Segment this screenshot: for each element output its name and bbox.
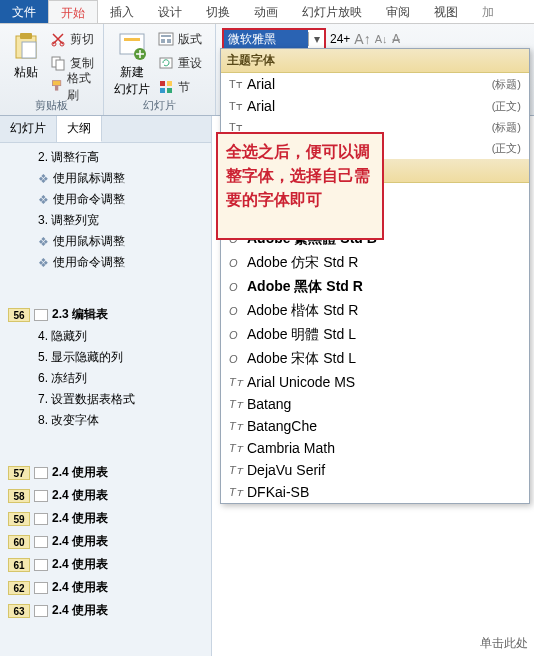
group-clipboard-label: 剪贴板 [0, 98, 103, 113]
reset-label: 重设 [178, 55, 202, 72]
svg-rect-7 [52, 81, 60, 86]
bottom-hint: 单击此处 [480, 635, 528, 652]
svg-rect-1 [20, 33, 32, 39]
font-option[interactable]: TᴛArial Unicode MS [221, 371, 529, 393]
font-tag: (标题) [492, 77, 521, 92]
font-option[interactable]: OAdobe 黑体 Std R [221, 275, 529, 299]
outline-heading[interactable]: 602.4 使用表 [4, 530, 211, 553]
layout-label: 版式 [178, 31, 202, 48]
section-icon [158, 79, 174, 95]
outline-item[interactable]: 3. 调整列宽 [4, 210, 211, 231]
slide-thumb-icon [34, 490, 48, 502]
bullet-icon: ❖ [38, 256, 49, 270]
font-option[interactable]: TᴛBatangChe [221, 415, 529, 437]
outline-item[interactable]: 8. 改变字体 [4, 410, 211, 431]
font-name: Adobe 楷体 Std R [247, 302, 521, 320]
slide-thumb-icon [34, 513, 48, 525]
outline-item[interactable]: 4. 隐藏列 [4, 326, 211, 347]
nav-tab-slides[interactable]: 幻灯片 [0, 116, 57, 142]
outline-item[interactable]: ❖使用命令调整 [4, 189, 211, 210]
font-family-combo[interactable]: 微软雅黑 ▾ [222, 28, 326, 50]
outline-heading[interactable]: 632.4 使用表 [4, 599, 211, 622]
tab-file[interactable]: 文件 [0, 0, 48, 23]
copy-icon [50, 55, 66, 71]
font-option[interactable]: OAdobe 明體 Std L [221, 323, 529, 347]
font-type-icon: Tᴛ [229, 464, 247, 477]
nav-tab-outline[interactable]: 大纲 [57, 116, 102, 142]
font-option[interactable]: TᴛCambria Math [221, 437, 529, 459]
tab-insert[interactable]: 插入 [98, 0, 146, 23]
svg-rect-20 [167, 88, 172, 93]
tab-design[interactable]: 设计 [146, 0, 194, 23]
layout-button[interactable]: 版式 [158, 28, 202, 50]
outline-item[interactable]: 5. 显示隐藏的列 [4, 347, 211, 368]
tab-transition[interactable]: 切换 [194, 0, 242, 23]
font-name: DejaVu Serif [247, 462, 521, 478]
outline-heading[interactable]: 572.4 使用表 [4, 461, 211, 484]
font-name: Cambria Math [247, 440, 521, 456]
outline-heading[interactable]: 622.4 使用表 [4, 576, 211, 599]
outline-text: 5. 显示隐藏的列 [38, 349, 123, 366]
outline-item[interactable]: ❖使用鼠标调整 [4, 168, 211, 189]
font-type-icon: Tᴛ [229, 442, 247, 455]
outline-heading[interactable]: 582.4 使用表 [4, 484, 211, 507]
group-slides: 新建 幻灯片 版式 重设 节 幻灯片 [104, 24, 216, 115]
outline-heading[interactable]: 592.4 使用表 [4, 507, 211, 530]
outline-title: 2.4 使用表 [52, 556, 108, 573]
font-option[interactable]: TᴛDFKai-SB [221, 481, 529, 503]
font-option[interactable]: TᴛArial(正文) [221, 95, 529, 117]
cut-button[interactable]: 剪切 [50, 28, 97, 50]
outline-item[interactable]: ❖使用鼠标调整 [4, 231, 211, 252]
tab-slideshow[interactable]: 幻灯片放映 [290, 0, 374, 23]
section-button[interactable]: 节 [158, 76, 202, 98]
font-size-value[interactable]: 24+ [330, 32, 350, 46]
outline-list[interactable]: 2. 调整行高❖使用鼠标调整❖使用命令调整3. 调整列宽❖使用鼠标调整❖使用命令… [0, 143, 211, 622]
clear-format-icon[interactable]: A̶ [392, 32, 400, 46]
slide-number: 60 [8, 535, 30, 549]
font-dropdown-theme-header: 主题字体 [221, 49, 529, 73]
tab-view[interactable]: 视图 [422, 0, 470, 23]
font-shrink-icon[interactable]: A↓ [375, 33, 388, 45]
format-painter-button[interactable]: 格式刷 [50, 76, 97, 98]
font-name: DFKai-SB [247, 484, 521, 500]
tab-review[interactable]: 审阅 [374, 0, 422, 23]
outline-item[interactable]: 2. 调整行高 [4, 147, 211, 168]
outline-text: 7. 设置数据表格式 [38, 391, 135, 408]
font-option[interactable]: OAdobe 楷体 Std R [221, 299, 529, 323]
outline-text: 使用鼠标调整 [53, 170, 125, 187]
outline-title: 2.4 使用表 [52, 579, 108, 596]
slide-thumb-icon [34, 605, 48, 617]
outline-item[interactable]: ❖使用命令调整 [4, 252, 211, 273]
outline-title: 2.3 编辑表 [52, 306, 108, 323]
slide-number: 62 [8, 581, 30, 595]
font-grow-icon[interactable]: A↑ [354, 31, 370, 47]
outline-item[interactable]: 7. 设置数据表格式 [4, 389, 211, 410]
tab-home[interactable]: 开始 [48, 0, 98, 23]
chevron-down-icon[interactable]: ▾ [308, 32, 324, 46]
font-option[interactable]: TᴛBatang [221, 393, 529, 415]
outline-text: 3. 调整列宽 [38, 212, 99, 229]
outline-text: 4. 隐藏列 [38, 328, 87, 345]
new-slide-button[interactable]: 新建 幻灯片 [110, 28, 154, 100]
outline-item[interactable]: 6. 冻结列 [4, 368, 211, 389]
paste-label: 粘贴 [14, 64, 38, 81]
font-type-icon: O [229, 305, 247, 317]
tab-animation[interactable]: 动画 [242, 0, 290, 23]
font-tag: (标题) [492, 120, 521, 135]
paste-button[interactable]: 粘贴 [6, 28, 46, 98]
font-tag: (正文) [492, 99, 521, 114]
font-option[interactable]: TᴛArial(标题) [221, 73, 529, 95]
slide-number: 57 [8, 466, 30, 480]
font-name: Arial Unicode MS [247, 374, 521, 390]
font-option[interactable]: TᴛDejaVu Serif [221, 459, 529, 481]
font-option[interactable]: OAdobe 仿宋 Std R [221, 251, 529, 275]
outline-heading[interactable]: 562.3 编辑表 [4, 303, 211, 326]
annotation-box: 全选之后，便可以调整字体，选择自己需要的字体即可 [216, 132, 384, 240]
font-option[interactable]: OAdobe 宋体 Std L [221, 347, 529, 371]
font-type-icon: O [229, 257, 247, 269]
new-slide-label: 新建 幻灯片 [114, 64, 150, 98]
outline-heading[interactable]: 612.4 使用表 [4, 553, 211, 576]
reset-button[interactable]: 重设 [158, 52, 202, 74]
tab-more[interactable]: 加 [470, 0, 506, 23]
paste-icon [10, 30, 42, 62]
